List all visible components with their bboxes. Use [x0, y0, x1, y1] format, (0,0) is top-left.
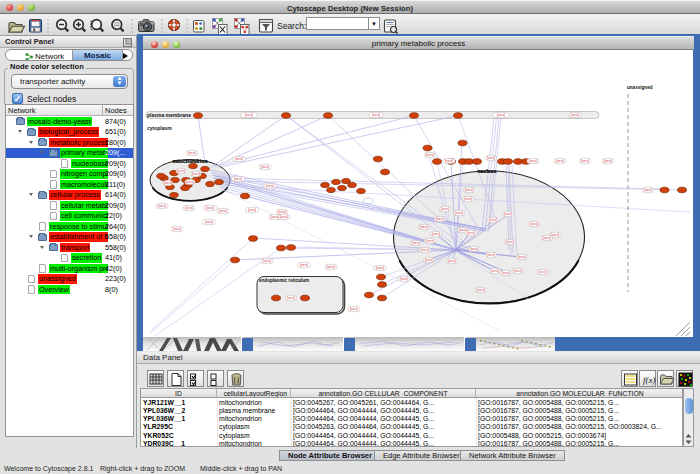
svg-text:[xx:x]: [xx:x] — [477, 288, 485, 292]
svg-text:[xx:x]: [xx:x] — [448, 259, 456, 263]
svg-text:[xx:x]: [xx:x] — [529, 159, 537, 163]
svg-text:[xx:x]: [xx:x] — [539, 270, 547, 274]
svg-text:[xx:x]: [xx:x] — [177, 169, 185, 173]
svg-text:[xx:x]: [xx:x] — [235, 157, 243, 161]
svg-text:[xx:x]: [xx:x] — [543, 236, 551, 240]
svg-text:[xx:x]: [xx:x] — [248, 208, 256, 212]
svg-text:[xx:x]: [xx:x] — [164, 181, 172, 185]
svg-text:[xx:x]: [xx:x] — [287, 296, 295, 300]
svg-text:[xx:x]: [xx:x] — [188, 151, 196, 155]
svg-text:[xx:x]: [xx:x] — [467, 231, 475, 235]
svg-text:[xx:x]: [xx:x] — [470, 247, 478, 251]
svg-text:[xx:x]: [xx:x] — [581, 159, 589, 163]
svg-text:[xx:x]: [xx:x] — [400, 277, 408, 281]
svg-text:[xx:x]: [xx:x] — [271, 215, 279, 219]
svg-text:[xx:x]: [xx:x] — [280, 215, 288, 219]
svg-text:[xx:x]: [xx:x] — [491, 269, 499, 273]
svg-text:[xx:x]: [xx:x] — [432, 232, 440, 236]
svg-text:[xx:x]: [xx:x] — [350, 307, 358, 311]
svg-text:cytoplasm: cytoplasm — [147, 125, 172, 131]
svg-text:[xx:x]: [xx:x] — [376, 266, 384, 270]
svg-text:[xx:x]: [xx:x] — [489, 218, 497, 222]
svg-text:[xx:x]: [xx:x] — [465, 188, 473, 192]
svg-text:[xx:x]: [xx:x] — [420, 225, 428, 229]
svg-text:[xx:x]: [xx:x] — [464, 197, 472, 201]
svg-text:[xx:x]: [xx:x] — [372, 113, 380, 117]
svg-text:[xx:x]: [xx:x] — [518, 255, 526, 259]
svg-text:[xx:x]: [xx:x] — [497, 113, 505, 117]
svg-text:nucleus: nucleus — [478, 168, 497, 174]
svg-text:[xx:x]: [xx:x] — [192, 172, 200, 176]
svg-text:[xx:x]: [xx:x] — [506, 240, 514, 244]
svg-text:[xx:x]: [xx:x] — [327, 265, 335, 269]
svg-text:[xx:x]: [xx:x] — [556, 159, 564, 163]
svg-text:[xx:x]: [xx:x] — [158, 204, 166, 208]
svg-text:[xx:x]: [xx:x] — [530, 222, 538, 226]
svg-text:[xx:x]: [xx:x] — [412, 241, 420, 245]
svg-text:[xx:x]: [xx:x] — [425, 258, 433, 262]
svg-text:[xx:x]: [xx:x] — [185, 206, 193, 210]
svg-text:[xx:x]: [xx:x] — [266, 184, 274, 188]
svg-text:[xx:x]: [xx:x] — [205, 220, 213, 224]
svg-text:[xx:x]: [xx:x] — [604, 159, 612, 163]
svg-text:[xx:x]: [xx:x] — [644, 188, 652, 192]
svg-text:[xx:x]: [xx:x] — [502, 271, 510, 275]
svg-text:f(x): f(x) — [643, 375, 656, 385]
svg-text:[xx:x]: [xx:x] — [455, 211, 463, 215]
svg-text:[xx:x]: [xx:x] — [219, 209, 227, 213]
svg-text:unassigned: unassigned — [627, 85, 653, 90]
svg-text:[xx:x]: [xx:x] — [421, 248, 429, 252]
svg-text:[xx:x]: [xx:x] — [487, 156, 495, 160]
svg-text:[xx:x]: [xx:x] — [571, 113, 579, 117]
svg-text:[xx:x]: [xx:x] — [261, 165, 269, 169]
svg-text:plasma membrane: plasma membrane — [147, 112, 191, 118]
svg-text:[xx:x]: [xx:x] — [278, 210, 286, 214]
svg-text:[xx:x]: [xx:x] — [436, 217, 444, 221]
svg-text:[xx:x]: [xx:x] — [487, 253, 495, 257]
svg-text:[xx:x]: [xx:x] — [245, 113, 253, 117]
svg-text:[xx:x]: [xx:x] — [234, 177, 242, 181]
svg-text:[xx:x]: [xx:x] — [173, 227, 181, 231]
svg-text:[xx:x]: [xx:x] — [504, 212, 512, 216]
svg-text:[xx:x]: [xx:x] — [441, 207, 449, 211]
svg-text:endoplasmic reticulum: endoplasmic reticulum — [259, 278, 309, 283]
svg-text:[xx:x]: [xx:x] — [300, 263, 308, 267]
svg-text:[xx:x]: [xx:x] — [445, 159, 453, 163]
svg-text:[xx:x]: [xx:x] — [263, 259, 271, 263]
svg-text:[xx:x]: [xx:x] — [206, 206, 214, 210]
svg-text:mitochondrion: mitochondrion — [173, 158, 208, 164]
svg-text:[xx:x]: [xx:x] — [426, 153, 434, 157]
svg-text:[xx:x]: [xx:x] — [186, 180, 194, 184]
svg-text:(1): (1) — [114, 22, 120, 27]
svg-text:[xx:x]: [xx:x] — [426, 239, 434, 243]
svg-text:[xx:x]: [xx:x] — [514, 269, 522, 273]
